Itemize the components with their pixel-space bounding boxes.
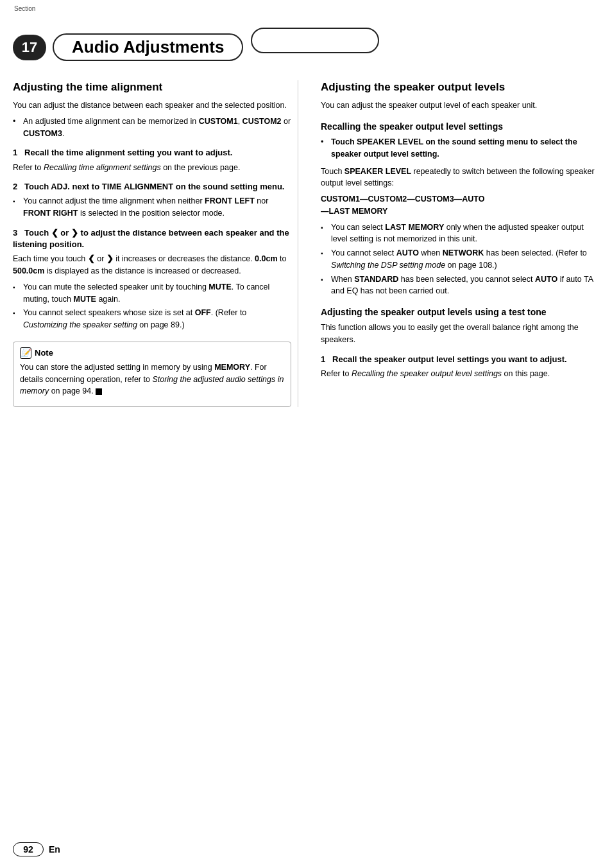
left-column: Adjusting the time alignment You can adj… bbox=[13, 80, 298, 407]
right-sq-bullet-2: You cannot select AUTO when NETWORK has … bbox=[321, 247, 599, 272]
page: Section 17 Audio Adjustments Adjusting t… bbox=[0, 0, 612, 868]
sub2-step1-text: Refer to Recalling the speaker output le… bbox=[321, 368, 599, 380]
step1-text: Refer to Recalling time alignment settin… bbox=[13, 162, 291, 174]
note-box: 📝 Note You can store the adjusted settin… bbox=[13, 342, 291, 407]
right-column: Adjusting the speaker output levels You … bbox=[318, 80, 599, 407]
step2-bullet-1: You cannot adjust the time alignment whe… bbox=[13, 195, 291, 220]
step3-text1: Each time you touch ❮ or ❯ it increases … bbox=[13, 253, 291, 277]
note-title: 📝 Note bbox=[20, 347, 284, 359]
left-main-heading: Adjusting the time alignment bbox=[13, 80, 291, 94]
left-bullet-item-1: An adjusted time alignment can be memori… bbox=[13, 116, 291, 140]
step3-bullet-1: You can mute the selected speaker unit b… bbox=[13, 281, 291, 306]
section-label: Section bbox=[14, 5, 35, 12]
main-content: Adjusting the time alignment You can adj… bbox=[0, 67, 612, 420]
step2-heading: 2 Touch ADJ. next to TIME ALIGNMENT on t… bbox=[13, 181, 291, 193]
sub-heading-2: Adjusting the speaker output levels usin… bbox=[321, 306, 599, 318]
note-icon: 📝 bbox=[20, 347, 31, 359]
left-intro: You can adjust the distance between each… bbox=[13, 100, 291, 112]
step2-bullets: You cannot adjust the time alignment whe… bbox=[13, 195, 291, 220]
footer: 92 En bbox=[13, 842, 60, 856]
lang-label: En bbox=[49, 844, 60, 855]
left-bullet-list: An adjusted time alignment can be memori… bbox=[13, 116, 291, 140]
section-title: Audio Adjustments bbox=[53, 33, 243, 61]
right-bullet-list-1: Touch SPEAKER LEVEL on the sound setting… bbox=[321, 136, 599, 161]
header-right-pill bbox=[251, 28, 379, 53]
right-bullet-main: Touch SPEAKER LEVEL on the sound setting… bbox=[321, 136, 599, 161]
right-main-heading: Adjusting the speaker output levels bbox=[321, 80, 599, 94]
sub2-intro: This function allows you to easily get t… bbox=[321, 322, 599, 346]
step3-bullet-2: You cannot select speakers whose size is… bbox=[13, 307, 291, 331]
end-mark bbox=[96, 388, 102, 395]
right-sq-bullet-1: You can select LAST MEMORY only when the… bbox=[321, 221, 599, 246]
sub-heading-1: Recalling the speaker output level setti… bbox=[321, 121, 599, 132]
right-sq-bullet-3: When STANDARD has been selected, you can… bbox=[321, 273, 599, 298]
sub2-step1-heading: 1 Recall the speaker output level settin… bbox=[321, 354, 599, 365]
note-text: You can store the adjusted setting in me… bbox=[20, 361, 284, 397]
step1-heading: 1 Recall the time alignment setting you … bbox=[13, 147, 291, 159]
section-number: 17 bbox=[13, 35, 46, 60]
step3-bullets: You can mute the selected speaker unit b… bbox=[13, 281, 291, 331]
page-number: 92 bbox=[13, 842, 44, 856]
right-intro: You can adjust the speaker output level … bbox=[321, 100, 599, 112]
right-square-bullets-1: You can select LAST MEMORY only when the… bbox=[321, 221, 599, 298]
custom-chain: CUSTOM1—CUSTOM2—CUSTOM3—AUTO—LAST MEMORY bbox=[321, 193, 599, 218]
right-text-1: Touch SPEAKER LEVEL repeatedly to switch… bbox=[321, 166, 599, 190]
step3-heading: 3 Touch ❮ or ❯ to adjust the distance be… bbox=[13, 227, 291, 250]
